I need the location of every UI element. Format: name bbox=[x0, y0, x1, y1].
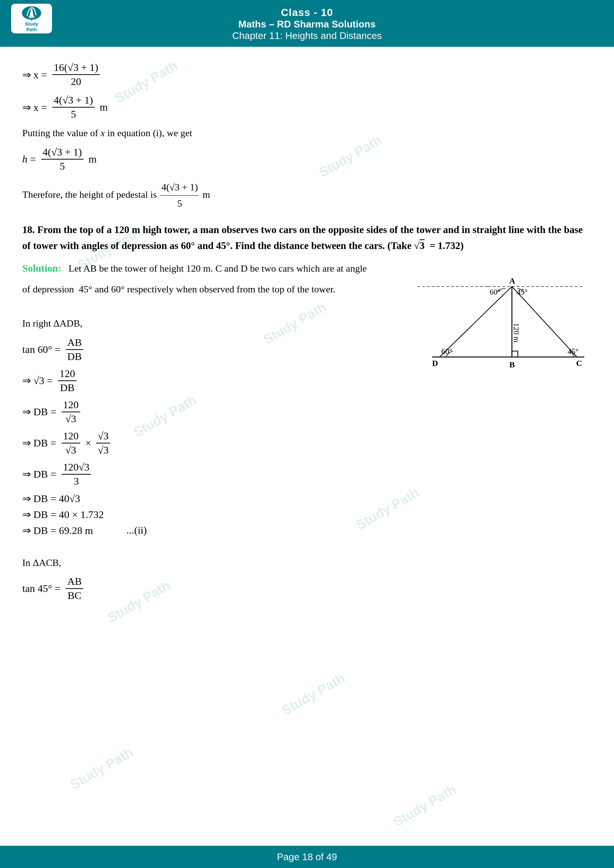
fraction-x2-num: 4(√3 + 1) bbox=[52, 94, 95, 108]
fraction-x1-den: 20 bbox=[70, 75, 83, 88]
db2-lhs: ⇒ DB = bbox=[22, 437, 56, 449]
page-content: ⇒ x = 16(√3 + 1) 20 ⇒ x = 4(√3 + 1) 5 m … bbox=[0, 47, 614, 646]
db2-mult: × bbox=[85, 437, 91, 449]
fraction-h: 4(√3 + 1) 5 bbox=[41, 146, 84, 172]
question-18-text: 18. From the top of a 120 m high tower, … bbox=[22, 222, 592, 254]
svg-text:B: B bbox=[509, 360, 515, 369]
therefore-fraction: 4(√3 + 1) 5 bbox=[160, 180, 199, 212]
fraction-db3-num: 120√3 bbox=[62, 461, 91, 474]
unit-x2: m bbox=[100, 101, 108, 113]
svg-text:D: D bbox=[432, 358, 438, 368]
triangle-diagram: A 120 m 60° 45° bbox=[406, 264, 592, 379]
svg-text:120 m: 120 m bbox=[512, 323, 521, 343]
fraction-ab-db-num: AB bbox=[66, 336, 83, 350]
fraction-db3: 120√3 3 bbox=[62, 461, 91, 487]
fraction-ab-db: AB DB bbox=[66, 336, 83, 363]
svg-text:45°: 45° bbox=[517, 288, 527, 296]
fraction-db1-den: √3 bbox=[64, 412, 78, 425]
fraction-ab-bc: AB BC bbox=[66, 575, 83, 601]
db1-lhs: ⇒ DB = bbox=[22, 406, 56, 418]
logo-text: StudyPath bbox=[25, 22, 38, 32]
logo: StudyPath bbox=[11, 4, 52, 33]
question-18-number: 18. bbox=[22, 224, 35, 235]
db6-equation: ⇒ DB = 69.28 m ...(ii) bbox=[22, 524, 592, 536]
fraction-db2b-den: √3 bbox=[96, 443, 110, 456]
svg-text:C: C bbox=[576, 358, 582, 368]
header-class: Class - 10 bbox=[0, 7, 614, 19]
fraction-ab-db-den: DB bbox=[66, 350, 83, 363]
equation-h: h = 4(√3 + 1) 5 m bbox=[22, 146, 592, 172]
fraction-120-db: 120 DB bbox=[58, 368, 76, 394]
fraction-db2a-den: √3 bbox=[64, 443, 78, 456]
watermark: Study Path bbox=[391, 781, 459, 830]
svg-line-6 bbox=[440, 287, 512, 357]
fraction-db3-den: 3 bbox=[72, 474, 80, 487]
in-acb: In ΔACB, bbox=[22, 555, 592, 571]
equation-x2: ⇒ x = 4(√3 + 1) 5 m bbox=[22, 94, 592, 120]
content-area: ⇒ x = 16(√3 + 1) 20 ⇒ x = 4(√3 + 1) 5 m … bbox=[0, 47, 614, 616]
sqrt3-lhs: ⇒ √3 = bbox=[22, 374, 53, 387]
fraction-db1-num: 120 bbox=[62, 399, 80, 412]
tan45-lhs: tan 45° = bbox=[22, 583, 60, 595]
svg-text:60°: 60° bbox=[441, 347, 452, 356]
fraction-x2-den: 5 bbox=[70, 108, 78, 120]
equation-x1: ⇒ x = 16(√3 + 1) 20 bbox=[22, 62, 592, 88]
therefore-fraction-num: 4(√3 + 1) bbox=[160, 180, 199, 196]
db2-equation: ⇒ DB = 120 √3 × √3 √3 bbox=[22, 430, 592, 456]
tan60-equation: tan 60° = AB DB bbox=[22, 336, 395, 363]
fraction-db2a: 120 √3 bbox=[62, 430, 80, 456]
page-footer: Page 18 of 49 bbox=[0, 846, 614, 868]
therefore-text: Therefore, the height of pedestal is 4(√… bbox=[22, 180, 592, 212]
fraction-ab-bc-den: BC bbox=[66, 589, 83, 601]
header-chapter: Chapter 11: Heights and Distances bbox=[0, 30, 614, 42]
db5-equation: ⇒ DB = 40 × 1.732 bbox=[22, 508, 592, 521]
db3-equation: ⇒ DB = 120√3 3 bbox=[22, 461, 592, 487]
tan45-equation: tan 45° = AB BC bbox=[22, 575, 592, 601]
fraction-db1: 120 √3 bbox=[62, 399, 80, 425]
fraction-db2a-num: 120 bbox=[62, 430, 80, 443]
h-lhs: h = bbox=[22, 153, 36, 165]
diagram: A 120 m 60° 45° bbox=[406, 264, 592, 381]
fraction-ab-bc-num: AB bbox=[66, 575, 83, 589]
db6-ref: ...(ii) bbox=[126, 524, 147, 536]
fraction-h-num: 4(√3 + 1) bbox=[41, 146, 84, 160]
svg-text:60°: 60° bbox=[490, 288, 501, 296]
page-header: StudyPath Class - 10 Maths – RD Sharma S… bbox=[0, 0, 614, 47]
header-book: Maths – RD Sharma Solutions bbox=[0, 19, 614, 30]
solution-label: Solution: bbox=[22, 263, 61, 274]
db1-equation: ⇒ DB = 120 √3 bbox=[22, 399, 592, 425]
page-number: Page 18 of 49 bbox=[277, 851, 337, 863]
solution-block: A 120 m 60° 45° bbox=[22, 260, 592, 605]
fraction-x1-num: 16(√3 + 1) bbox=[52, 62, 100, 75]
putting-text: Putting the value of x in equation (i), … bbox=[22, 126, 592, 141]
fraction-120-db-num: 120 bbox=[58, 368, 76, 381]
therefore-fraction-den: 5 bbox=[176, 195, 183, 212]
fraction-db2b-num: √3 bbox=[96, 430, 110, 443]
db5-text: ⇒ DB = 40 × 1.732 bbox=[22, 508, 104, 521]
fraction-x2: 4(√3 + 1) 5 bbox=[52, 94, 95, 120]
pen-icon bbox=[20, 5, 43, 22]
db4-text: ⇒ DB = 40√3 bbox=[22, 493, 80, 505]
svg-rect-9 bbox=[512, 351, 518, 357]
tan60-lhs: tan 60° = bbox=[22, 344, 60, 355]
watermark: Study Path bbox=[279, 670, 347, 718]
sqrt3-equation: ⇒ √3 = 120 DB bbox=[22, 368, 395, 394]
db3-lhs: ⇒ DB = bbox=[22, 468, 56, 480]
fraction-h-den: 5 bbox=[58, 160, 67, 172]
watermark: Study Path bbox=[68, 744, 136, 793]
implies-x1: ⇒ x = bbox=[22, 69, 47, 81]
svg-text:A: A bbox=[509, 276, 515, 285]
svg-rect-1 bbox=[29, 16, 34, 18]
db4-equation: ⇒ DB = 40√3 bbox=[22, 493, 592, 505]
unit-h: m bbox=[89, 153, 97, 165]
question-18-block: 18. From the top of a 120 m high tower, … bbox=[22, 222, 592, 254]
fraction-x1: 16(√3 + 1) 20 bbox=[52, 62, 100, 88]
db6-text: ⇒ DB = 69.28 m bbox=[22, 524, 93, 536]
fraction-120-db-den: DB bbox=[59, 381, 76, 394]
fraction-db2b: √3 √3 bbox=[96, 430, 110, 456]
svg-line-7 bbox=[512, 287, 577, 357]
implies-x2: ⇒ x = bbox=[22, 101, 47, 113]
